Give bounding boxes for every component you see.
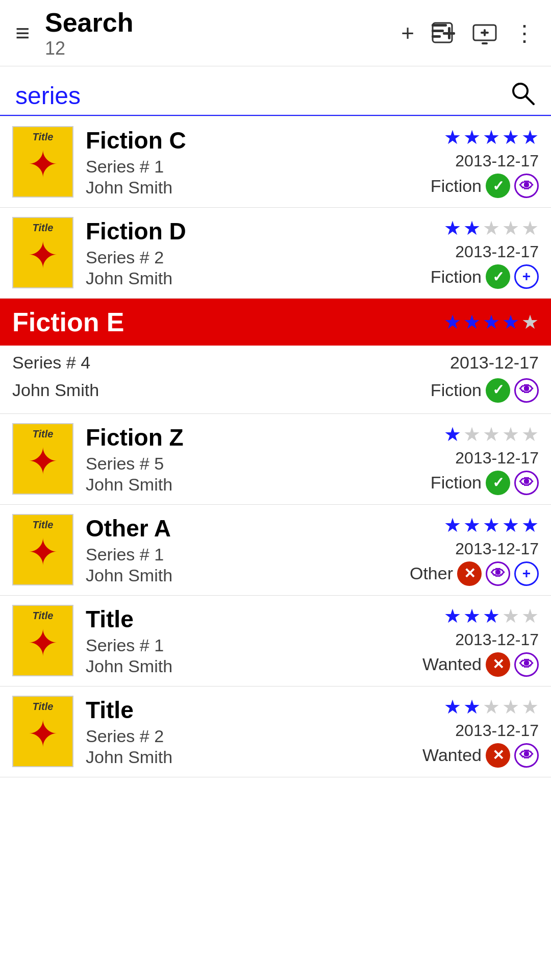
not-read-status-icon[interactable]: ✕ — [486, 652, 510, 677]
book-info-left: Series # 4 John Smith — [12, 349, 99, 404]
stars-row: ★ ★ ★ ★ ★ — [444, 423, 539, 446]
book-date: 2013-12-17 — [455, 449, 539, 468]
cover-title-label: Title — [33, 428, 54, 440]
add-icon[interactable]: + — [514, 264, 539, 289]
list-item: Fiction E ★ ★ ★ ★ ★ Series # 4 John Smit… — [0, 299, 551, 414]
list-item: Title ✦ Other A Series # 1 John Smith ★ … — [0, 505, 551, 596]
book-series: Series # 1 — [86, 545, 396, 565]
read-status-icon[interactable]: ✓ — [486, 264, 510, 289]
book-title: Fiction Z — [86, 424, 396, 452]
eye-icon[interactable]: 👁 — [514, 471, 539, 495]
genre-label: Wanted — [422, 745, 482, 765]
read-status-icon[interactable]: ✓ — [486, 174, 510, 198]
not-read-status-icon[interactable]: ✕ — [457, 561, 482, 586]
cover-star-icon: ✦ — [28, 534, 58, 571]
star-2: ★ — [463, 423, 481, 446]
read-status-icon[interactable]: ✓ — [486, 378, 510, 403]
book-info: Other A Series # 1 John Smith — [86, 514, 396, 586]
search-input[interactable] — [15, 77, 509, 115]
eye-icon[interactable]: 👁 — [514, 652, 539, 677]
header-icons: + ⋮ — [401, 20, 536, 46]
eye-icon[interactable]: 👁 — [514, 174, 539, 198]
star-2: ★ — [463, 514, 481, 536]
not-read-status-icon[interactable]: ✕ — [486, 743, 510, 768]
book-title: Other A — [86, 514, 396, 543]
star-1: ★ — [444, 423, 461, 446]
svg-rect-9 — [481, 32, 489, 34]
cover-title-label: Title — [33, 519, 54, 531]
header-title-block: Search 12 — [45, 7, 401, 59]
search-submit-button[interactable] — [509, 80, 536, 112]
book-author: John Smith — [86, 656, 396, 676]
eye-icon[interactable]: 👁 — [514, 378, 539, 403]
book-series: Series # 1 — [86, 635, 396, 655]
fiction-e-title-bar: Fiction E ★ ★ ★ ★ ★ — [0, 299, 551, 346]
cover-star-icon: ✦ — [28, 237, 58, 274]
playlist-add-icon[interactable] — [430, 20, 456, 46]
star-5: ★ — [521, 605, 539, 627]
cover-star-icon: ✦ — [28, 625, 58, 662]
star-2: ★ — [463, 311, 481, 333]
svg-rect-7 — [482, 42, 488, 44]
genre-label: Other — [410, 564, 453, 583]
page-title: Search — [45, 7, 401, 38]
book-author: John Smith — [86, 268, 396, 288]
stars-row: ★ ★ ★ ★ ★ — [444, 605, 539, 627]
book-status-row: Other ✕ 👁 + — [410, 561, 539, 586]
cover-title-label: Title — [33, 131, 54, 143]
list-item: Title ✦ Fiction Z Series # 5 John Smith … — [0, 414, 551, 505]
book-info: Title Series # 2 John Smith — [86, 696, 396, 768]
svg-rect-0 — [432, 24, 447, 27]
star-2: ★ — [463, 217, 481, 239]
book-info: Fiction Z Series # 5 John Smith — [86, 423, 396, 495]
star-3: ★ — [483, 423, 500, 446]
book-author: John Smith — [86, 566, 396, 585]
more-options-icon[interactable]: ⋮ — [513, 20, 536, 46]
book-list: Title ✦ Fiction C Series # 1 John Smith … — [0, 117, 551, 777]
book-title: Title — [86, 605, 396, 633]
star-5: ★ — [521, 696, 539, 718]
add-button[interactable]: + — [401, 20, 414, 46]
book-status-row: Fiction ✓ 👁 — [431, 471, 539, 495]
star-5: ★ — [521, 126, 539, 149]
book-info-right: 2013-12-17 Fiction ✓ 👁 — [431, 349, 539, 404]
star-3: ★ — [483, 696, 500, 718]
genre-label: Fiction — [431, 267, 482, 287]
cover-title-label: Title — [33, 610, 54, 622]
eye-icon[interactable]: 👁 — [486, 561, 510, 586]
menu-button[interactable]: ≡ — [15, 21, 30, 45]
page-subtitle: 12 — [45, 38, 401, 59]
book-cover: Title ✦ — [12, 514, 73, 585]
star-4: ★ — [502, 514, 519, 536]
star-2: ★ — [463, 696, 481, 718]
book-info: Fiction D Series # 2 John Smith — [86, 217, 396, 289]
book-date: 2013-12-17 — [455, 242, 539, 261]
star-5: ★ — [521, 311, 539, 333]
fiction-e-details: Series # 4 John Smith 2013-12-17 Fiction… — [0, 346, 551, 413]
read-status-icon[interactable]: ✓ — [486, 471, 510, 495]
star-4: ★ — [502, 696, 519, 718]
stars-row: ★ ★ ★ ★ ★ — [444, 126, 539, 149]
svg-rect-1 — [432, 30, 444, 32]
cover-title-label: Title — [33, 701, 54, 713]
screen-add-icon[interactable] — [471, 20, 498, 46]
book-title: Fiction C — [86, 127, 396, 155]
star-5: ★ — [521, 423, 539, 446]
book-right: ★ ★ ★ ★ ★ 2013-12-17 Wanted ✕ 👁 — [396, 696, 539, 768]
book-author: John Smith — [86, 178, 396, 198]
eye-icon[interactable]: 👁 — [514, 743, 539, 768]
list-item: Title ✦ Title Series # 2 John Smith ★ ★ … — [0, 687, 551, 777]
book-cover: Title ✦ — [12, 696, 73, 767]
book-right: ★ ★ ★ ★ ★ 2013-12-17 Fiction ✓ + — [396, 217, 539, 289]
book-status-row: Fiction ✓ 👁 — [431, 376, 539, 404]
star-4: ★ — [502, 126, 519, 149]
book-title: Title — [86, 696, 396, 724]
book-date: 2013-12-17 — [455, 630, 539, 649]
star-3: ★ — [483, 126, 500, 149]
cover-star-icon: ✦ — [28, 716, 58, 752]
add-icon[interactable]: + — [514, 561, 539, 586]
cover-star-icon: ✦ — [28, 146, 58, 183]
list-item: Title ✦ Fiction C Series # 1 John Smith … — [0, 117, 551, 208]
book-series: Series # 2 — [86, 726, 396, 746]
genre-label: Fiction — [431, 473, 482, 493]
